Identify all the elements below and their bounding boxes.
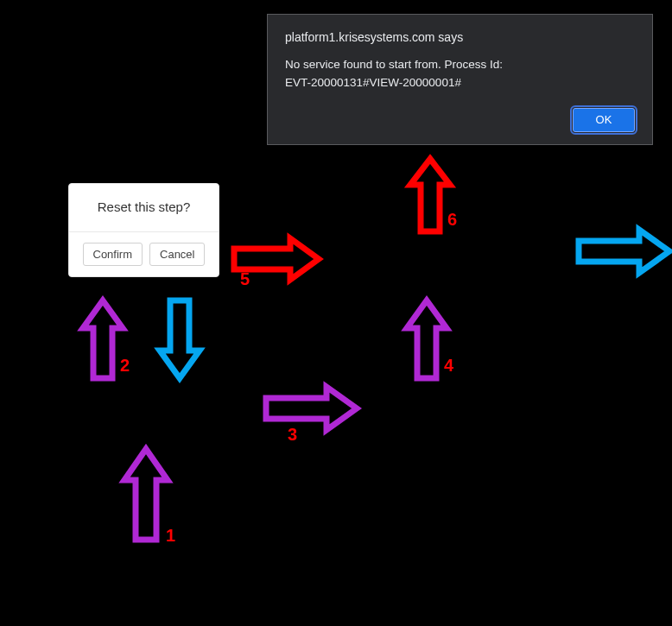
arrow-3-right-icon — [266, 383, 361, 434]
arrow-blue-down-icon — [156, 300, 203, 383]
arrow-blue-right-icon — [579, 225, 672, 277]
alert-message-line2: EVT-20000131#VIEW-20000001# — [285, 76, 461, 89]
arrow-6-up-icon — [407, 159, 453, 235]
cancel-button[interactable]: Cancel — [149, 243, 205, 266]
browser-alert-dialog: platform1.krisesystems.com says No servi… — [267, 14, 653, 145]
arrow-1-up-icon — [120, 449, 172, 544]
alert-message-line1: No service found to start from. Process … — [285, 58, 503, 71]
confirm-button[interactable]: Confirm — [83, 243, 143, 266]
popover-button-row: Confirm Cancel — [69, 232, 219, 276]
alert-message: No service found to start from. Process … — [285, 56, 635, 92]
arrow-5-label: 5 — [240, 269, 250, 289]
arrow-1-label: 1 — [166, 526, 175, 546]
reset-step-popover: Reset this step? Confirm Cancel — [68, 183, 219, 277]
alert-button-row: OK — [285, 108, 635, 132]
arrow-2-up-icon — [79, 300, 126, 383]
arrow-6-label: 6 — [447, 210, 457, 230]
arrow-4-up-icon — [403, 300, 450, 383]
arrow-4-label: 4 — [444, 356, 453, 376]
arrow-2-label: 2 — [120, 356, 130, 376]
alert-ok-button[interactable]: OK — [573, 108, 635, 132]
alert-origin-title: platform1.krisesystems.com says — [285, 30, 635, 44]
arrow-3-label: 3 — [288, 425, 297, 445]
popover-title: Reset this step? — [69, 184, 219, 232]
